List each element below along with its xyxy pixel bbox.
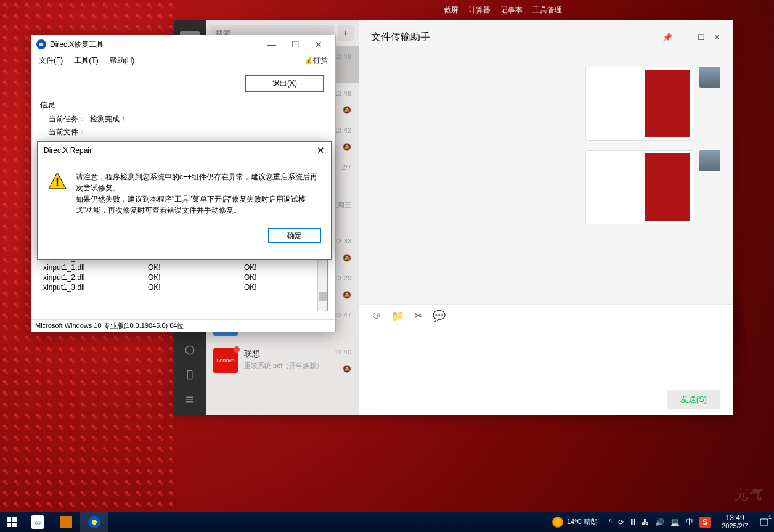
scrollbar[interactable]: [317, 252, 327, 311]
taskbar-app[interactable]: ∞: [23, 512, 52, 532]
close-icon[interactable]: ✕: [714, 33, 720, 42]
taskbar-weather[interactable]: 14°C 晴朗: [546, 517, 604, 528]
screenshot-icon[interactable]: ✂: [414, 309, 423, 322]
tray-ime-icon[interactable]: S: [699, 517, 711, 528]
message-row: [585, 150, 720, 224]
mute-icon: 🔕: [343, 291, 351, 299]
result-table[interactable]: XAudio2_7.dllOK!OK! xinput1_1.dllOK!OK! …: [39, 251, 328, 311]
shortcut-screenshot[interactable]: 截屏: [444, 5, 458, 15]
notification-button[interactable]: 1: [754, 512, 774, 532]
tray-monitor-icon[interactable]: 💻: [670, 518, 680, 526]
tray-volume-icon[interactable]: 🔊: [655, 518, 664, 526]
chat-time: 12:40: [334, 348, 351, 359]
sender-avatar[interactable]: [699, 67, 720, 88]
emoji-icon[interactable]: ☺: [371, 309, 381, 322]
tray-app-icon[interactable]: Ⅲ: [630, 518, 635, 526]
tray-ime-lang[interactable]: 中: [686, 517, 693, 527]
clock-date: 2025/2/7: [722, 522, 748, 530]
settings-icon[interactable]: [183, 393, 197, 406]
app-icon: [36, 39, 46, 49]
chat-time: 12:47: [334, 311, 351, 322]
mute-icon: 🔕: [343, 106, 351, 114]
file-row: 当前文件：: [40, 127, 327, 137]
menu-help[interactable]: 帮助(H): [110, 55, 135, 66]
menu-file[interactable]: 文件(F): [39, 55, 63, 66]
chat-time: 13:42: [334, 126, 351, 134]
close-icon[interactable]: ✕: [307, 39, 330, 49]
unread-dot: [234, 346, 240, 353]
svg-point-4: [185, 346, 194, 354]
chat-time: 2/7: [342, 163, 351, 171]
chat-avatar: Lenovo: [213, 348, 238, 373]
message-row: [585, 67, 720, 141]
minimize-icon[interactable]: —: [681, 33, 689, 42]
chat-name: 联想: [244, 348, 260, 359]
shortcut-tools[interactable]: 工具管理: [532, 5, 562, 15]
menu-reward[interactable]: 打赏: [304, 55, 328, 66]
image-message[interactable]: [585, 67, 693, 141]
taskbar-app-directx[interactable]: [80, 512, 108, 532]
wallpaper-watermark: 元气: [735, 486, 762, 504]
desktop-shortcut-bar: 截屏 计算器 记事本 工具管理: [444, 5, 562, 15]
miniprogram-icon[interactable]: [183, 343, 197, 357]
notification-badge: 1: [768, 514, 772, 520]
dialog-title: DirectX Repair: [44, 146, 92, 155]
wechat-chat-panel: 文件传输助手 📌 — ☐ ✕ ☺ 📁 ✂ 💬: [359, 20, 733, 415]
svg-rect-12: [12, 517, 17, 522]
tray-chevron-icon[interactable]: ^: [609, 518, 613, 526]
chat-time: 13:49: [334, 52, 351, 63]
maximize-icon[interactable]: ☐: [283, 39, 307, 49]
pin-icon[interactable]: 📌: [662, 33, 672, 42]
scroll-thumb[interactable]: [319, 292, 327, 301]
menu-tools[interactable]: 工具(T): [74, 55, 98, 66]
tray-sync-icon[interactable]: ⟳: [618, 518, 624, 526]
history-icon[interactable]: 💬: [433, 309, 446, 322]
warning-icon: !: [47, 171, 67, 191]
taskbar-app[interactable]: [52, 512, 80, 532]
taskbar-clock[interactable]: 13:49 2025/2/7: [715, 514, 754, 531]
status-bar: Microsoft Windows 10 专业版(10.0.19045.0) 6…: [31, 319, 335, 332]
chat-preview: 重装系统.pdf（开年焕新）: [244, 361, 351, 370]
shortcut-notepad[interactable]: 记事本: [500, 5, 523, 15]
message-area[interactable]: [359, 54, 733, 304]
start-button[interactable]: [0, 512, 23, 532]
minimize-icon[interactable]: —: [260, 39, 283, 49]
svg-rect-5: [187, 370, 192, 379]
dialog-title-bar[interactable]: DirectX Repair ✕: [38, 142, 331, 159]
shortcut-calculator[interactable]: 计算器: [468, 5, 491, 15]
phone-icon[interactable]: [183, 368, 197, 382]
dialog-message: 请注意，程序检测到您系统中的c++组件仍存在异常，建议您重启系统后再次尝试修复。…: [76, 171, 321, 216]
weather-icon: [552, 517, 563, 528]
info-label: 信息: [40, 100, 327, 110]
mute-icon: 🔕: [343, 365, 351, 373]
taskbar: ∞ 14°C 晴朗 ^ ⟳ Ⅲ 🖧 🔊 💻 中 S 13:49 2025/2/7…: [0, 512, 774, 532]
image-message[interactable]: [585, 150, 693, 224]
chat-time: 13:20: [334, 274, 351, 282]
tray-network-icon[interactable]: 🖧: [642, 518, 649, 526]
mute-icon: 🔕: [343, 143, 351, 151]
sender-avatar[interactable]: [699, 150, 720, 171]
table-row: xinput1_1.dllOK!OK!: [43, 263, 324, 272]
chat-time: 13:33: [334, 237, 351, 245]
message-input[interactable]: [371, 327, 720, 383]
close-icon[interactable]: ✕: [317, 145, 325, 156]
task-row: 当前任务： 检测完成！: [40, 114, 327, 125]
svg-rect-11: [7, 517, 11, 522]
ok-button[interactable]: 确定: [268, 228, 321, 243]
clock-time: 13:49: [722, 514, 748, 522]
svg-rect-14: [12, 523, 17, 527]
send-button[interactable]: 发送(S): [667, 390, 720, 409]
svg-rect-15: [760, 519, 768, 525]
exit-button[interactable]: 退出(X): [245, 75, 324, 92]
add-button[interactable]: +: [338, 25, 354, 41]
chat-time: 13:46: [334, 89, 351, 97]
svg-rect-13: [7, 523, 11, 527]
chat-item-lenovo[interactable]: Lenovo 联想12:40重装系统.pdf（开年焕新） 🔕: [206, 342, 359, 379]
chat-title: 文件传输助手: [371, 31, 430, 44]
file-icon[interactable]: 📁: [391, 309, 404, 322]
title-bar[interactable]: DirectX修复工具 — ☐ ✕: [31, 35, 335, 54]
menu-bar: 文件(F) 工具(T) 帮助(H) 打赏: [31, 54, 335, 67]
input-toolbar: ☺ 📁 ✂ 💬: [359, 304, 733, 390]
maximize-icon[interactable]: ☐: [698, 33, 705, 42]
table-row: xinput1_3.dllOK!OK!: [43, 282, 324, 292]
